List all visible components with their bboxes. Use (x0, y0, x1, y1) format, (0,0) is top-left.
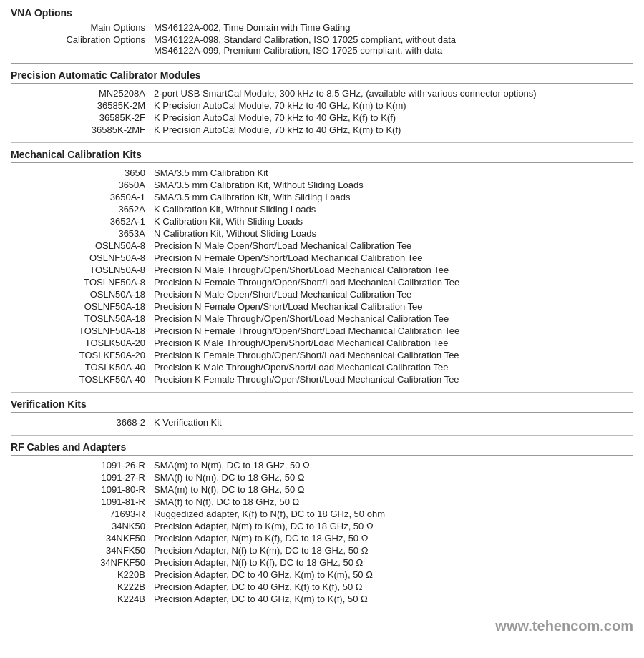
table-row: 3653AN Calibration Kit, Without Sliding … (11, 228, 633, 239)
section-rf-cables: RF Cables and Adapters1091-26-RSMA(m) to… (11, 441, 633, 612)
section-title: RF Cables and Adapters (11, 441, 126, 453)
item-code: 3668-2 (11, 417, 154, 428)
item-desc: Precision N Male Through/Open/Short/Load… (154, 313, 633, 324)
item-desc: Precision N Female Open/Short/Load Mecha… (154, 301, 633, 312)
item-desc: Precision Adapter, N(m) to K(m), DC to 1… (154, 521, 633, 531)
item-code: OSLNF50A-18 (11, 301, 154, 312)
item-code: TOSLN50A-18 (11, 313, 154, 324)
table-row: MN25208A2-port USB SmartCal Module, 300 … (11, 88, 633, 99)
table-row: 36585K-2FK Precision AutoCal Module, 70 … (11, 112, 633, 123)
table-row: 3668-2K Verification Kit (11, 417, 633, 428)
vna-row-label: Calibration Options (11, 34, 154, 56)
table-row: OSLNF50A-8Precision N Female Open/Short/… (11, 252, 633, 263)
item-desc: Precision N Female Open/Short/Load Mecha… (154, 252, 633, 263)
item-desc: SMA(f) to N(m), DC to 18 GHz, 50 Ω (154, 472, 633, 483)
item-code: 36585K-2M (11, 100, 154, 111)
item-code: TOSLNF50A-18 (11, 325, 154, 336)
table-row: 34NFKF50Precision Adapter, N(f) to K(f),… (11, 557, 633, 568)
item-desc: Precision N Female Through/Open/Short/Lo… (154, 277, 633, 288)
item-desc: SMA(m) to N(f), DC to 18 GHz, 50 Ω (154, 484, 633, 495)
table-row: 71693-RRuggedized adapter, K(f) to N(f),… (11, 509, 633, 519)
item-code: 1091-26-R (11, 460, 154, 471)
item-code: K224B (11, 594, 154, 604)
item-desc: Precision K Male Through/Open/Short/Load… (154, 338, 633, 348)
item-code: 34NK50 (11, 521, 154, 531)
table-row: K222BPrecision Adapter, DC to 40 GHz, K(… (11, 581, 633, 592)
table-row: 36585K-2MK Precision AutoCal Module, 70 … (11, 100, 633, 111)
item-desc: K Verification Kit (154, 417, 633, 428)
item-code: 3653A (11, 228, 154, 239)
item-code: TOSLKF50A-20 (11, 350, 154, 360)
item-desc: Precision N Male Through/Open/Short/Load… (154, 265, 633, 275)
item-code: 34NFKF50 (11, 557, 154, 568)
item-code: K220B (11, 569, 154, 580)
item-code: 3650A-1 (11, 192, 154, 202)
item-code: 1091-80-R (11, 484, 154, 495)
item-code: K222B (11, 581, 154, 592)
table-row: TOSLKF50A-20Precision K Female Through/O… (11, 350, 633, 360)
section-verification-kits: Verification Kits3668-2K Verification Ki… (11, 398, 633, 436)
vna-section: VNA Options Main OptionsMS46122A-002, Ti… (11, 7, 633, 64)
item-desc: K Calibration Kit, With Sliding Loads (154, 216, 633, 227)
vna-row-value: MS46122A-002, Time Domain with Time Gati… (154, 22, 633, 33)
item-desc: Precision Adapter, DC to 40 GHz, K(m) to… (154, 569, 633, 580)
item-desc: Ruggedized adapter, K(f) to N(f), DC to … (154, 509, 633, 519)
table-row: 1091-81-RSMA(f) to N(f), DC to 18 GHz, 5… (11, 496, 633, 507)
table-row: OSLNF50A-18Precision N Female Open/Short… (11, 301, 633, 312)
table-row: OSLN50A-18Precision N Male Open/Short/Lo… (11, 289, 633, 300)
vna-value-line: MS46122A-002, Time Domain with Time Gati… (154, 22, 633, 33)
item-desc: SMA(f) to N(f), DC to 18 GHz, 50 Ω (154, 496, 633, 507)
item-desc: Precision Adapter, N(f) to K(f), DC to 1… (154, 557, 633, 568)
item-code: 3652A-1 (11, 216, 154, 227)
item-code: TOSLK50A-40 (11, 362, 154, 373)
item-code: MN25208A (11, 88, 154, 99)
table-row: TOSLN50A-18Precision N Male Through/Open… (11, 313, 633, 324)
item-desc: Precision K Female Through/Open/Short/Lo… (154, 374, 633, 385)
table-row: TOSLNF50A-18Precision N Female Through/O… (11, 325, 633, 336)
item-desc: SMA/3.5 mm Calibration Kit (154, 167, 633, 178)
table-row: 1091-26-RSMA(m) to N(m), DC to 18 GHz, 5… (11, 460, 633, 471)
item-code: 3650 (11, 167, 154, 178)
table-row: 3650SMA/3.5 mm Calibration Kit (11, 167, 633, 178)
table-row: 34NKF50Precision Adapter, N(m) to K(f), … (11, 533, 633, 544)
table-row: 3652A-1K Calibration Kit, With Sliding L… (11, 216, 633, 227)
item-desc: K Precision AutoCal Module, 70 kHz to 40… (154, 112, 633, 123)
item-desc: SMA/3.5 mm Calibration Kit, Without Slid… (154, 180, 633, 190)
table-row: 3650ASMA/3.5 mm Calibration Kit, Without… (11, 180, 633, 190)
item-code: 34NKF50 (11, 533, 154, 544)
item-code: OSLNF50A-8 (11, 252, 154, 263)
table-row: K224BPrecision Adapter, DC to 40 GHz, K(… (11, 594, 633, 604)
item-desc: Precision Adapter, DC to 40 GHz, K(f) to… (154, 581, 633, 592)
section-title: Precision Automatic Calibrator Modules (11, 69, 201, 81)
section-precision-autocal: Precision Automatic Calibrator ModulesMN… (11, 69, 633, 143)
item-desc: N Calibration Kit, Without Sliding Loads (154, 228, 633, 239)
vna-row: Calibration OptionsMS46122A-098, Standar… (11, 34, 633, 56)
table-row: 36585K-2MFK Precision AutoCal Module, 70… (11, 124, 633, 135)
item-desc: Precision N Male Open/Short/Load Mechani… (154, 289, 633, 300)
vna-row-label: Main Options (11, 22, 154, 33)
item-code: 3652A (11, 204, 154, 215)
item-desc: K Calibration Kit, Without Sliding Loads (154, 204, 633, 215)
table-row: 3650A-1SMA/3.5 mm Calibration Kit, With … (11, 192, 633, 202)
item-desc: K Precision AutoCal Module, 70 kHz to 40… (154, 100, 633, 111)
item-code: TOSLNF50A-8 (11, 277, 154, 288)
table-row: K220BPrecision Adapter, DC to 40 GHz, K(… (11, 569, 633, 580)
vna-value-line: MS46122A-099, Premium Calibration, ISO 1… (154, 45, 633, 56)
vna-title: VNA Options (11, 7, 633, 19)
item-desc: Precision K Male Through/Open/Short/Load… (154, 362, 633, 373)
item-desc: Precision Adapter, N(m) to K(f), DC to 1… (154, 533, 633, 544)
table-row: TOSLNF50A-8Precision N Female Through/Op… (11, 277, 633, 288)
vna-row-value: MS46122A-098, Standard Calibration, ISO … (154, 34, 633, 56)
item-desc: Precision Adapter, N(f) to K(m), DC to 1… (154, 545, 633, 556)
table-row: 34NK50Precision Adapter, N(m) to K(m), D… (11, 521, 633, 531)
item-code: 36585K-2MF (11, 124, 154, 135)
item-code: 34NFK50 (11, 545, 154, 556)
item-code: 1091-81-R (11, 496, 154, 507)
table-row: 1091-27-RSMA(f) to N(m), DC to 18 GHz, 5… (11, 472, 633, 483)
section-title: Mechanical Calibration Kits (11, 149, 142, 160)
item-desc: Precision N Male Open/Short/Load Mechani… (154, 240, 633, 251)
item-desc: Precision N Female Through/Open/Short/Lo… (154, 325, 633, 336)
table-row: TOSLKF50A-40Precision K Female Through/O… (11, 374, 633, 385)
item-code: TOSLKF50A-40 (11, 374, 154, 385)
table-row: TOSLK50A-20Precision K Male Through/Open… (11, 338, 633, 348)
